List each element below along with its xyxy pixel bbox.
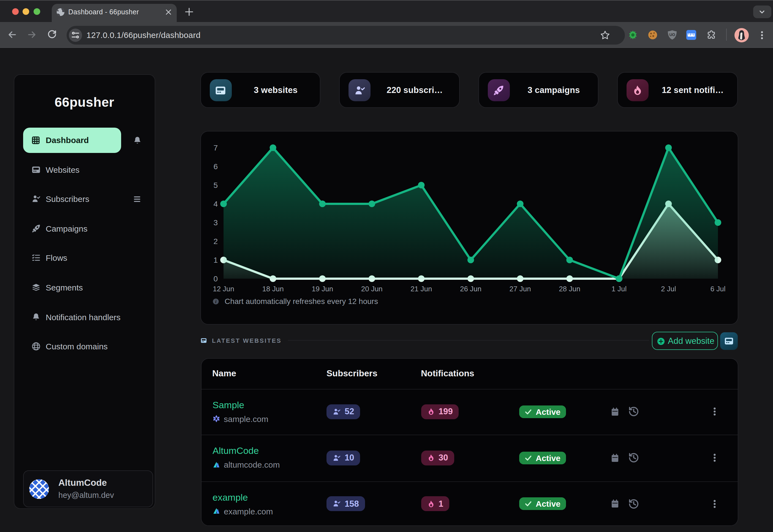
svg-text:27 Jun: 27 Jun xyxy=(509,285,531,293)
svg-text:2 Jul: 2 Jul xyxy=(661,285,676,293)
svg-text:2: 2 xyxy=(213,237,218,246)
svg-text:UO: UO xyxy=(669,32,675,37)
svg-text:5: 5 xyxy=(213,181,218,190)
svg-text:i: i xyxy=(215,299,217,304)
svg-text:28 Jun: 28 Jun xyxy=(559,285,580,293)
svg-text:1 Jul: 1 Jul xyxy=(612,285,627,293)
svg-text:20 Jun: 20 Jun xyxy=(361,285,383,293)
svg-text:3: 3 xyxy=(213,218,218,227)
svg-text:6: 6 xyxy=(213,162,218,171)
svg-text:21 Jun: 21 Jun xyxy=(410,285,432,293)
svg-text:26 Jun: 26 Jun xyxy=(460,285,481,293)
svg-text:0: 0 xyxy=(213,275,218,283)
svg-text:1: 1 xyxy=(213,256,218,264)
svg-text:6 Jul: 6 Jul xyxy=(711,285,726,293)
svg-text:18 Jun: 18 Jun xyxy=(262,285,284,293)
svg-text:19 Jun: 19 Jun xyxy=(312,285,333,293)
svg-text:Chart automatically refreshes: Chart automatically refreshes every 12 h… xyxy=(225,297,378,306)
svg-text:12 Jun: 12 Jun xyxy=(213,285,234,293)
svg-text:4: 4 xyxy=(213,200,218,208)
svg-text:7: 7 xyxy=(213,144,218,152)
